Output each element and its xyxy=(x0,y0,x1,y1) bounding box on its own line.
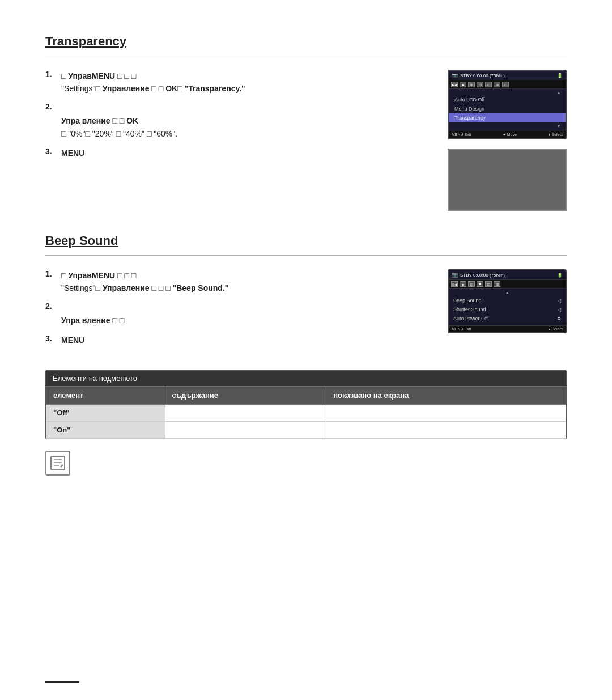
col-content-header: съдържание xyxy=(165,386,326,404)
beepsound-images: 📷 STBY 0:00:00 (75Min) 🔋 ⊞◀ ▶ ⊡ ■ ⊡ ⊞ xyxy=(442,269,567,353)
bs-cam-battery: 🔋 xyxy=(557,273,563,278)
table-header-bar: Елементи на подменюто xyxy=(46,371,566,386)
bs-cam-icon-5: ⊡ xyxy=(485,281,492,287)
cam-menu-item-1: Auto LCD Off xyxy=(449,95,566,104)
bs-step1-content: □ УправМЕNU □ □ □ "Settings"□ Управление… xyxy=(61,269,425,295)
bs-menu-label-3: Auto Power Off xyxy=(453,316,488,321)
bs-step2-text1: □ □ xyxy=(113,316,125,325)
cam-icon-row: ▶◀ ▶ ⊞ ⊡ ⊡ ⊞ ⊡ xyxy=(449,80,566,89)
bs-cam-icon-3: ⊡ xyxy=(468,281,475,287)
table-header-text: Елементи на подменюто xyxy=(53,374,137,383)
col-display-header: показвано на екрана xyxy=(326,386,566,404)
bs-step1-before: □ xyxy=(61,271,68,280)
transparency-steps-text: 1. □ УправМЕNU □ □ □ "Settings"□ Управле… xyxy=(45,70,425,211)
cam-status: 📷 STBY 0:00:00 (75Min) xyxy=(452,73,505,78)
bs-cam-icon: 📷 xyxy=(452,272,458,278)
bottom-line xyxy=(45,681,79,683)
beepsound-divider xyxy=(45,255,567,256)
row2-content xyxy=(165,421,326,438)
cam-topbar: 📷 STBY 0:00:00 (75Min) 🔋 xyxy=(449,71,566,80)
beepsound-camera-screen: 📷 STBY 0:00:00 (75Min) 🔋 ⊞◀ ▶ ⊡ ■ ⊡ ⊞ xyxy=(448,269,567,333)
row1-content xyxy=(165,404,326,421)
bs-bottom-select: ● Select xyxy=(548,327,563,331)
row1-item: "Off' xyxy=(46,404,165,421)
step1-bold3: OK□ xyxy=(165,84,184,93)
note-box xyxy=(45,451,567,476)
step1-text3: □ □ xyxy=(152,84,166,93)
step3-number: 3. xyxy=(45,147,56,156)
row2-item: "On" xyxy=(46,421,165,438)
note-icon xyxy=(45,451,70,476)
transparency-step3: 3. MENU xyxy=(45,147,425,159)
bs-menu-label-1: Beep Sound xyxy=(453,298,482,303)
bs-menu-label-2: Shutter Sound xyxy=(453,307,486,312)
cam-battery: 🔋 xyxy=(557,73,563,78)
transparency-images: 📷 STBY 0:00:00 (75Min) 🔋 ▶◀ ▶ ⊞ ⊡ ⊡ ⊞ ⊡ xyxy=(442,70,567,211)
bs-step2-number: 2. xyxy=(45,302,56,311)
bs-cam-icon-6: ⊞ xyxy=(494,281,500,287)
step1-number: 1. xyxy=(45,70,56,79)
bs-step1-bold2: Управление xyxy=(103,283,150,292)
svg-rect-0 xyxy=(51,456,65,470)
table-row: "Off' xyxy=(46,404,566,421)
step1-text-before: □ xyxy=(61,71,68,80)
cam-bottom-exit: MENU Exit xyxy=(452,133,471,137)
bs-step3-content: MENU xyxy=(61,334,425,346)
bs-cam-status: 📷 STBY 0:00:00 (75Min) xyxy=(452,272,505,278)
bs-step1-quoted: "Beep Sound." xyxy=(173,283,229,292)
step1-text2: "Settings"□ xyxy=(61,84,103,93)
col-item-header: елемент xyxy=(46,386,165,404)
cam-icon-2: ▶ xyxy=(460,82,466,87)
step2-number: 2. xyxy=(45,102,56,111)
cam-status-text: STBY 0:00:00 (75Min) xyxy=(460,73,505,78)
bs-menu-sym-1: ◁ xyxy=(558,298,561,303)
bs-cam-icon-row: ⊞◀ ▶ ⊡ ■ ⊡ ⊞ xyxy=(449,280,566,289)
transparency-camera-screen: 📷 STBY 0:00:00 (75Min) 🔋 ▶◀ ▶ ⊞ ⊡ ⊡ ⊞ ⊡ xyxy=(448,70,567,139)
step3-content: MENU xyxy=(61,147,425,159)
beepsound-table: елемент съдържание показвано на екрана "… xyxy=(46,386,566,439)
bs-step3-bold: MENU xyxy=(61,336,84,345)
step1-bold1: УправМЕNU xyxy=(68,71,115,80)
step2-bold2: OK xyxy=(126,116,138,125)
beepsound-steps-container: 1. □ УправМЕNU □ □ □ "Settings"□ Управле… xyxy=(45,269,567,353)
bs-step1-text3: □ □ □ xyxy=(152,283,173,292)
table-header-row: елемент съдържание показвано на екрана xyxy=(46,386,566,404)
bs-cam-menu-1: Beep Sound ◁ xyxy=(449,296,566,305)
cam-menu-item-3-selected: Transparency xyxy=(449,113,566,122)
bs-menu-sym-2: ◁ xyxy=(558,307,561,312)
bs-step2-content: Упра вление □ □ xyxy=(61,302,425,327)
beepsound-title: Beep Sound xyxy=(45,234,567,251)
step1-quoted: "Transparency." xyxy=(185,84,245,93)
bs-cam-menu-3: Auto Power Off : ♻ xyxy=(449,314,566,323)
transparency-step1: 1. □ УправМЕNU □ □ □ "Settings"□ Управле… xyxy=(45,70,425,95)
step1-content: □ УправМЕNU □ □ □ "Settings"□ Управление… xyxy=(61,70,425,95)
beepsound-steps-text: 1. □ УправМЕNU □ □ □ "Settings"□ Управле… xyxy=(45,269,425,353)
cam-bottom-move: ✦ Move xyxy=(503,133,517,137)
step2-text1: □ □ xyxy=(113,116,127,125)
step3-bold: MENU xyxy=(61,149,84,158)
cam-bottom-select: ● Select xyxy=(548,133,563,137)
beepsound-step3: 3. MENU xyxy=(45,334,425,346)
cam-icon-4: ⊡ xyxy=(477,82,483,87)
row2-display xyxy=(326,421,566,438)
beepsound-step1: 1. □ УправМЕNU □ □ □ "Settings"□ Управле… xyxy=(45,269,425,295)
transparency-title: Transparency xyxy=(45,34,567,51)
note-icon-svg xyxy=(50,455,66,471)
bs-cam-icon-4: ■ xyxy=(477,281,483,287)
step2-bold1: Упра вление xyxy=(61,116,110,125)
table-row: "On" xyxy=(46,421,566,438)
row1-display xyxy=(326,404,566,421)
cam-menu-item-2: Menu Design xyxy=(449,104,566,113)
bs-cam-icon-2: ▶ xyxy=(460,281,466,287)
beepsound-step2: 2. Упра вление □ □ xyxy=(45,302,425,327)
bs-step1-bold1: УправМЕNU xyxy=(68,271,115,280)
bs-menu-sym-3: : ♻ xyxy=(555,316,561,321)
bs-cam-menu-2: Shutter Sound ◁ xyxy=(449,305,566,314)
bs-cam-bottombar: MENU Exit ● Select xyxy=(449,325,566,332)
cam-icon-1: ▶◀ xyxy=(451,82,458,87)
bs-step1-number: 1. xyxy=(45,269,56,278)
transparency-step2: 2. Упра вление □ □ OK □ "0%"□ "20%" □ "4… xyxy=(45,102,425,140)
bs-step1-squares: □ □ □ xyxy=(117,271,136,280)
bs-bottom-exit: MENU Exit xyxy=(452,327,471,331)
bs-step3-number: 3. xyxy=(45,334,56,343)
